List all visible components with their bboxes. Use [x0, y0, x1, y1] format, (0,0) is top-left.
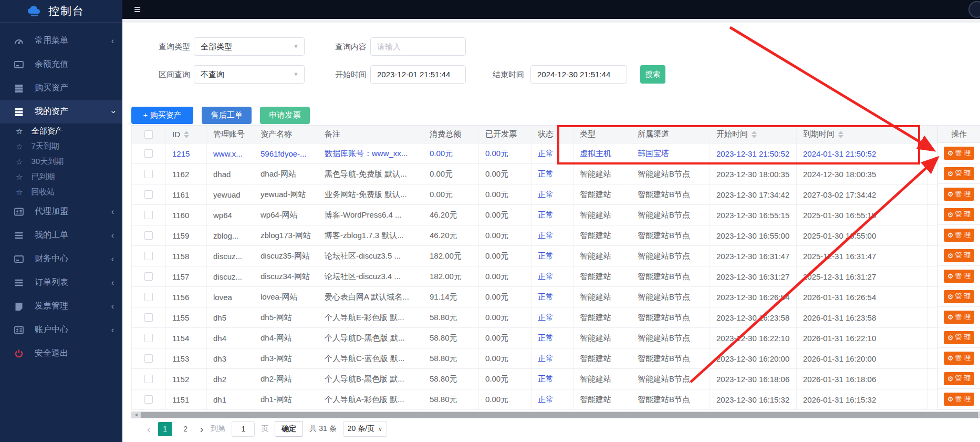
manage-button[interactable]: ⚙管 理 [944, 331, 974, 344]
row-checkbox[interactable] [144, 395, 153, 404]
page-size-select[interactable]: 20 条/页 ∨ [343, 421, 387, 437]
manage-button[interactable]: ⚙管 理 [944, 393, 974, 406]
row-checkbox-cell [132, 307, 166, 327]
cell-expire: 2026-01-31 16:18:06 [797, 369, 928, 389]
cell-status[interactable]: 正常 [531, 328, 574, 348]
sidebar-subitem-3-2[interactable]: ☆30天到期 [0, 154, 122, 169]
cell-status[interactable]: 正常 [531, 164, 574, 184]
page-2-button[interactable]: 2 [179, 422, 193, 436]
hamburger-menu-icon[interactable]: ≡ [134, 2, 141, 17]
sidebar-item-1[interactable]: 余额充值 [0, 53, 122, 76]
row-checkbox[interactable] [144, 313, 153, 322]
query-content-input[interactable]: 请输入 [370, 37, 466, 56]
row-checkbox-cell [132, 225, 166, 245]
sidebar-subitem-3-3[interactable]: ☆已到期 [0, 169, 122, 184]
manage-button[interactable]: ⚙管 理 [944, 290, 974, 303]
row-checkbox[interactable] [144, 211, 153, 219]
manage-button[interactable]: ⚙管 理 [944, 352, 974, 365]
cell-status[interactable]: 正常 [531, 369, 574, 389]
sort-icon[interactable] [184, 131, 189, 138]
sidebar-subitem-3-0[interactable]: ☆全部资产 [0, 124, 122, 139]
row-checkbox[interactable] [144, 334, 153, 342]
horizontal-scrollbar[interactable]: ◄ [131, 412, 980, 418]
row-checkbox[interactable] [144, 375, 153, 383]
request-invoice-button[interactable]: 申请发票 [260, 107, 310, 124]
manage-button[interactable]: ⚙管 理 [944, 229, 974, 242]
cell-status[interactable]: 正常 [531, 287, 574, 307]
select-all-checkbox[interactable] [144, 130, 153, 139]
sidebar-item-5[interactable]: 我的工单‹ [0, 223, 122, 247]
start-time-input[interactable]: 2023-12-01 21:51:44 [370, 65, 466, 84]
card-icon [14, 59, 24, 70]
cell-note: 博客-WordPress6.4 ... [318, 205, 423, 225]
row-checkbox[interactable] [144, 190, 153, 199]
search-button[interactable]: 搜索 [640, 65, 665, 84]
row-checkbox[interactable] [144, 252, 153, 260]
scroll-left-icon[interactable]: ◄ [132, 412, 140, 418]
row-checkbox[interactable] [144, 354, 153, 363]
page-1-button[interactable]: 1 [158, 422, 172, 436]
aftersale-ticket-button[interactable]: 售后工单 [202, 107, 252, 124]
manage-button[interactable]: ⚙管 理 [944, 311, 974, 324]
cell-status[interactable]: 正常 [531, 143, 574, 163]
cell-status[interactable]: 正常 [531, 246, 574, 266]
buy-asset-button[interactable]: + 购买资产 [131, 107, 193, 124]
sidebar-item-8[interactable]: 发票管理‹ [0, 294, 122, 318]
cell-status[interactable]: 正常 [531, 184, 574, 204]
star-icon: ☆ [16, 188, 23, 197]
jump-page-input[interactable]: 1 [232, 422, 255, 437]
confirm-jump-button[interactable]: 确定 [275, 421, 303, 437]
column-header-id[interactable]: ID [166, 126, 207, 143]
manage-button[interactable]: ⚙管 理 [944, 188, 974, 201]
column-header-expire[interactable]: 到期时间 [797, 126, 928, 143]
column-header-channel: 所属渠道 [631, 126, 710, 143]
row-checkbox[interactable] [144, 293, 153, 301]
manage-button[interactable]: ⚙管 理 [944, 167, 974, 180]
query-type-select[interactable]: 全部类型 ▼ [194, 37, 305, 56]
manage-button[interactable]: ⚙管 理 [944, 208, 974, 221]
row-checkbox[interactable] [144, 149, 153, 158]
sidebar-item-9[interactable]: 账户中心‹ [0, 318, 122, 342]
user-avatar[interactable] [968, 1, 980, 18]
table-row: 1151dh1dh1-网站个人导航A-彩色版 默...58.80元0.00元正常… [132, 389, 980, 410]
sidebar-item-label: 购买资产 [35, 83, 68, 94]
sidebar-item-6[interactable]: 财务中心‹ [0, 247, 122, 271]
sidebar-item-3[interactable]: 我的资产‹ [0, 100, 122, 124]
table-row: 1158discuz...discuz35-网站论坛社区-discuz3.5 .… [132, 246, 980, 266]
cell-status[interactable]: 正常 [531, 389, 574, 409]
sidebar-item-0[interactable]: 常用菜单‹ [0, 29, 122, 53]
prev-page-icon[interactable]: ‹ [146, 423, 152, 435]
sidebar-subitem-3-4[interactable]: ☆回收站 [0, 184, 122, 200]
row-checkbox[interactable] [144, 170, 153, 178]
end-time-input[interactable]: 2024-12-30 21:51:44 [530, 65, 627, 84]
row-checkbox[interactable] [144, 272, 153, 281]
cell-status[interactable]: 正常 [531, 225, 574, 245]
manage-button[interactable]: ⚙管 理 [944, 249, 974, 262]
note-icon [14, 301, 24, 312]
cell-status[interactable]: 正常 [531, 348, 574, 368]
sidebar-item-10[interactable]: 安全退出 [0, 342, 122, 365]
cell-status[interactable]: 正常 [531, 266, 574, 286]
action-cell: ⚙管 理 [938, 245, 980, 266]
cell-status[interactable]: 正常 [531, 205, 574, 225]
manage-button[interactable]: ⚙管 理 [944, 147, 974, 160]
cell-type: 智能建站 [574, 246, 631, 266]
sort-icon[interactable] [838, 131, 843, 138]
next-page-icon[interactable]: › [199, 423, 205, 435]
row-checkbox[interactable] [144, 231, 153, 240]
manage-button[interactable]: ⚙管 理 [944, 270, 974, 283]
sidebar-item-7[interactable]: 订单列表‹ [0, 271, 122, 294]
sidebar-item-4[interactable]: 代理加盟‹ [0, 200, 122, 223]
manage-button-label: 管 理 [955, 353, 971, 363]
cell-status[interactable]: 正常 [531, 307, 574, 327]
sidebar-subitem-3-1[interactable]: ☆7天到期 [0, 139, 122, 154]
sidebar-item-2[interactable]: 购买资产 [0, 76, 122, 100]
sort-icon[interactable] [752, 131, 757, 138]
column-header-start[interactable]: 开始时间 [710, 126, 797, 143]
range-query-select[interactable]: 不查询 ▼ [194, 65, 305, 84]
scrollbar-thumb[interactable] [141, 412, 978, 418]
action-cell: ⚙管 理 [938, 143, 980, 163]
plus-icon: + [143, 110, 148, 119]
manage-button[interactable]: ⚙管 理 [944, 372, 974, 385]
star-icon: ☆ [16, 142, 23, 151]
